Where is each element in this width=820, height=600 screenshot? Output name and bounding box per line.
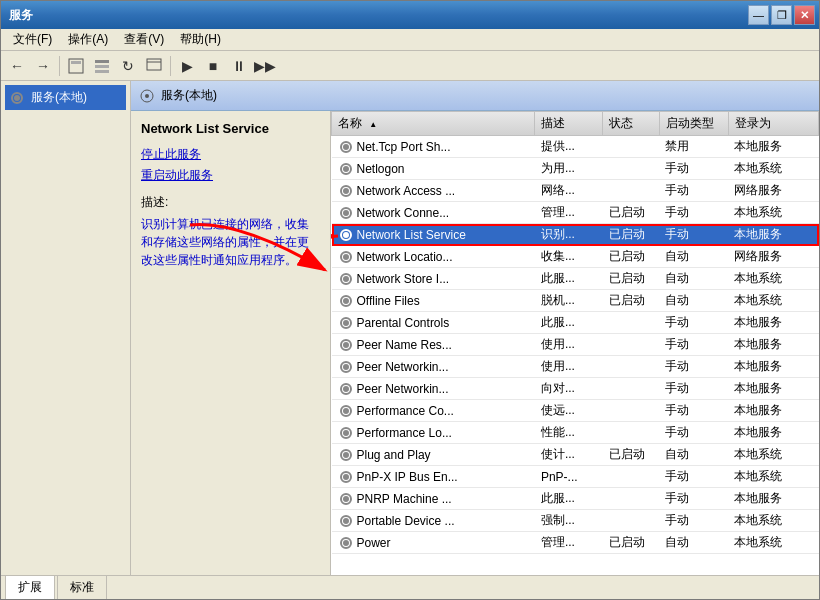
svg-point-38 xyxy=(343,430,349,436)
svg-point-48 xyxy=(343,540,349,546)
svg-point-34 xyxy=(343,386,349,392)
service-description: 识别计算机已连接的网络，收集和存储这些网络的属性，并在更改这些属性时通知应用程序… xyxy=(141,215,320,269)
menu-view[interactable]: 查看(V) xyxy=(116,29,172,50)
table-row[interactable]: Peer Name Res... 使用...手动本地服务 xyxy=(332,334,819,356)
restart-button[interactable]: ▶▶ xyxy=(253,54,277,78)
svg-point-7 xyxy=(14,95,20,101)
table-row[interactable]: Offline Files 脱机...已启动自动本地系统 xyxy=(332,290,819,312)
title-bar: 服务 — ❐ ✕ xyxy=(1,1,819,29)
pause-button[interactable]: ⏸ xyxy=(227,54,251,78)
col-header-login[interactable]: 登录为 xyxy=(728,112,818,136)
panel-content: Network List Service 停止此服务 重启动此服务 描述: 识别… xyxy=(131,111,819,575)
svg-point-46 xyxy=(343,518,349,524)
play-button[interactable]: ▶ xyxy=(175,54,199,78)
svg-point-22 xyxy=(343,254,349,260)
sidebar-label: 服务(本地) xyxy=(31,89,87,106)
svg-point-10 xyxy=(145,94,149,98)
service-title: Network List Service xyxy=(141,121,320,136)
stop-button[interactable]: ■ xyxy=(201,54,225,78)
table-row[interactable]: Peer Networkin... 向对...手动本地服务 xyxy=(332,378,819,400)
sidebar-item-local-services[interactable]: 服务(本地) xyxy=(5,85,126,110)
menu-bar: 文件(F) 操作(A) 查看(V) 帮助(H) xyxy=(1,29,819,51)
forward-button[interactable]: → xyxy=(31,54,55,78)
export-button[interactable] xyxy=(142,54,166,78)
table-row[interactable]: Network List Service 识别...已启动手动本地服务 xyxy=(332,224,819,246)
service-panel: 服务(本地) Network List Service 停止此服务 重启动此服务… xyxy=(131,81,819,575)
table-row[interactable]: Performance Lo... 性能...手动本地服务 xyxy=(332,422,819,444)
svg-rect-1 xyxy=(71,61,81,64)
desc-label: 描述: xyxy=(141,194,320,211)
svg-rect-2 xyxy=(95,60,109,63)
info-panel: Network List Service 停止此服务 重启动此服务 描述: 识别… xyxy=(131,111,331,575)
sidebar: 服务(本地) xyxy=(1,81,131,575)
menu-action[interactable]: 操作(A) xyxy=(60,29,116,50)
panel-header-label: 服务(本地) xyxy=(161,87,217,104)
table-row[interactable]: Plug and Play 使计...已启动自动本地系统 xyxy=(332,444,819,466)
panel-header-icon xyxy=(139,88,155,104)
minimize-button[interactable]: — xyxy=(748,5,769,25)
svg-point-36 xyxy=(343,408,349,414)
toolbar: ← → ↻ ▶ ■ ⏸ ▶▶ xyxy=(1,51,819,81)
svg-point-26 xyxy=(343,298,349,304)
svg-rect-3 xyxy=(95,65,109,68)
toolbar-sep-2 xyxy=(170,56,171,76)
table-row[interactable]: Power 管理...已启动自动本地系统 xyxy=(332,532,819,554)
table-row[interactable]: PNRP Machine ... 此服...手动本地服务 xyxy=(332,488,819,510)
table-row[interactable]: Parental Controls 此服...手动本地服务 xyxy=(332,312,819,334)
svg-point-28 xyxy=(343,320,349,326)
svg-point-40 xyxy=(343,452,349,458)
svg-point-42 xyxy=(343,474,349,480)
table-row[interactable]: Portable Device ... 强制...手动本地系统 xyxy=(332,510,819,532)
svg-rect-5 xyxy=(147,59,161,70)
svg-point-16 xyxy=(343,188,349,194)
table-row[interactable]: PnP-X IP Bus En... PnP-...手动本地系统 xyxy=(332,466,819,488)
refresh-button[interactable]: ↻ xyxy=(116,54,140,78)
tab-extended[interactable]: 扩展 xyxy=(5,575,55,599)
window-controls: — ❐ ✕ xyxy=(748,5,815,25)
tab-standard[interactable]: 标准 xyxy=(57,575,107,599)
table-row[interactable]: Performance Co... 使远...手动本地服务 xyxy=(332,400,819,422)
col-header-desc[interactable]: 描述 xyxy=(535,112,603,136)
services-table: 名称 ▲ 描述 状态 启动类型 xyxy=(331,111,819,554)
bottom-tabs: 扩展 标准 xyxy=(1,575,819,599)
svg-rect-4 xyxy=(95,70,109,73)
col-header-name[interactable]: 名称 ▲ xyxy=(332,112,535,136)
col-header-startup[interactable]: 启动类型 xyxy=(659,112,728,136)
table-row[interactable]: Network Store I... 此服...已启动自动本地系统 xyxy=(332,268,819,290)
services-table-container[interactable]: 名称 ▲ 描述 状态 启动类型 xyxy=(331,111,819,575)
table-row[interactable]: Peer Networkin... 使用...手动本地服务 xyxy=(332,356,819,378)
window-title: 服务 xyxy=(9,7,33,24)
main-window: 服务 — ❐ ✕ 文件(F) 操作(A) 查看(V) 帮助(H) ← → ↻ ▶… xyxy=(0,0,820,600)
table-row[interactable]: Network Locatio... 收集...已启动自动网络服务 xyxy=(332,246,819,268)
table-row[interactable]: Network Access ... 网络...手动网络服务 xyxy=(332,180,819,202)
panel-header: 服务(本地) xyxy=(131,81,819,111)
toolbar-sep-1 xyxy=(59,56,60,76)
restart-service-link[interactable]: 重启动此服务 xyxy=(141,167,320,184)
svg-point-30 xyxy=(343,342,349,348)
menu-help[interactable]: 帮助(H) xyxy=(172,29,229,50)
table-row[interactable]: Netlogon 为用...手动本地系统 xyxy=(332,158,819,180)
menu-file[interactable]: 文件(F) xyxy=(5,29,60,50)
svg-point-32 xyxy=(343,364,349,370)
svg-point-18 xyxy=(343,210,349,216)
restore-button[interactable]: ❐ xyxy=(771,5,792,25)
close-button[interactable]: ✕ xyxy=(794,5,815,25)
svg-point-12 xyxy=(343,144,349,150)
main-content: 服务(本地) 服务(本地) Network List Service 停止此服务… xyxy=(1,81,819,575)
stop-service-link[interactable]: 停止此服务 xyxy=(141,146,320,163)
show-hide-button[interactable] xyxy=(64,54,88,78)
svg-point-24 xyxy=(343,276,349,282)
col-header-status[interactable]: 状态 xyxy=(603,112,659,136)
back-button[interactable]: ← xyxy=(5,54,29,78)
table-row[interactable]: Network Conne... 管理...已启动手动本地系统 xyxy=(332,202,819,224)
svg-point-20 xyxy=(343,232,349,238)
table-row[interactable]: Net.Tcp Port Sh... 提供...禁用本地服务 xyxy=(332,136,819,158)
svg-point-44 xyxy=(343,496,349,502)
svg-point-14 xyxy=(343,166,349,172)
list-view-button[interactable] xyxy=(90,54,114,78)
